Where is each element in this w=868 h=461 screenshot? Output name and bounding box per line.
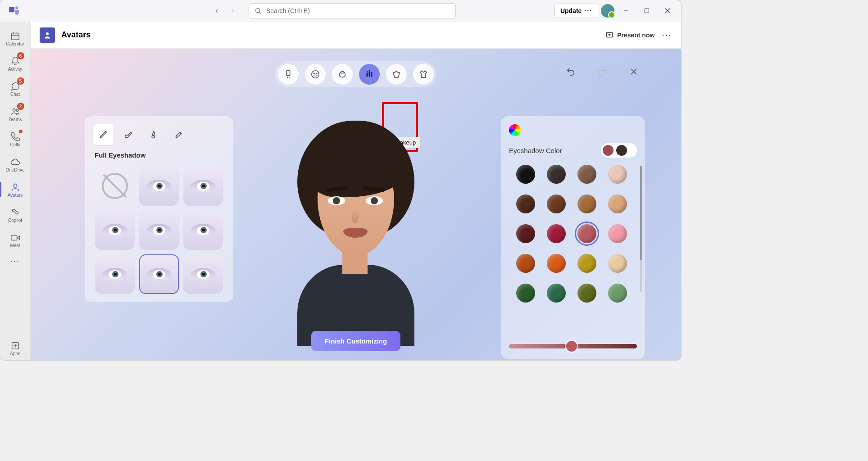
color-swatch[interactable]: [547, 224, 566, 243]
color-swatch[interactable]: [547, 194, 566, 213]
present-now-button[interactable]: Present now: [605, 31, 654, 39]
style-option[interactable]: [139, 254, 179, 294]
app-title: Avatars: [61, 30, 91, 40]
rail-item-copilot[interactable]: Copilot: [2, 203, 29, 227]
color-picker-button[interactable]: [509, 124, 521, 136]
color-section-title: Eyeshadow Color: [509, 147, 562, 154]
category-outfit-button[interactable]: [413, 64, 434, 85]
svg-point-20: [46, 32, 49, 35]
main-area: Avatars Present now ···: [31, 22, 681, 360]
tool-blush-button[interactable]: [118, 124, 139, 145]
rail-item-calendar[interactable]: Calendar: [2, 26, 29, 50]
rail-more-button[interactable]: ···: [2, 253, 29, 269]
style-section-title: Full Eyeshadow: [95, 151, 225, 159]
style-option[interactable]: [139, 166, 179, 206]
app-window: Search (Ctrl+E) Update ··· Calendar 6 Ac…: [0, 0, 681, 360]
update-button[interactable]: Update ···: [554, 4, 598, 18]
redo-button[interactable]: [595, 65, 609, 78]
color-swatch[interactable]: [577, 194, 596, 213]
color-swatch[interactable]: [608, 254, 627, 273]
avatars-app-icon: [40, 27, 55, 43]
style-option[interactable]: [95, 254, 135, 294]
shade-slider[interactable]: [509, 344, 637, 348]
profile-avatar[interactable]: [601, 4, 614, 18]
rail-item-calls[interactable]: Calls: [2, 127, 29, 151]
style-none-option[interactable]: [95, 166, 135, 206]
color-scrollbar[interactable]: [640, 166, 642, 292]
rail-item-teams[interactable]: 2 Teams: [2, 102, 29, 126]
recent-swatch[interactable]: [616, 145, 627, 156]
color-swatch[interactable]: [547, 165, 566, 184]
color-swatch[interactable]: [516, 224, 535, 243]
nav-back-button[interactable]: [210, 4, 223, 18]
category-hair-button[interactable]: [332, 64, 353, 85]
slider-thumb[interactable]: [566, 341, 577, 352]
svg-point-12: [13, 108, 15, 111]
color-swatch[interactable]: [608, 194, 627, 213]
category-face-button[interactable]: [305, 64, 326, 85]
style-panel: Full Eyeshadow: [85, 116, 233, 302]
app-rail: Calendar 6 Activity 5 Chat 2 Teams Calls: [0, 22, 31, 360]
nav-forward-button[interactable]: [226, 4, 240, 18]
color-swatch[interactable]: [516, 165, 535, 184]
color-swatch[interactable]: [516, 284, 535, 303]
rail-item-onedrive[interactable]: OneDrive: [2, 152, 29, 176]
rail-item-activity[interactable]: 6 Activity: [2, 51, 29, 76]
recent-swatch[interactable]: [603, 145, 614, 156]
undo-button[interactable]: [564, 65, 577, 78]
none-icon: [102, 173, 128, 199]
window-close-button[interactable]: [659, 2, 677, 20]
window-minimize-button[interactable]: [617, 2, 635, 20]
color-swatch[interactable]: [608, 165, 627, 184]
avatar-canvas: Makeup Full Eyeshadow: [31, 49, 681, 360]
close-editor-button[interactable]: [627, 65, 641, 78]
rail-item-apps[interactable]: Apps: [2, 336, 29, 360]
tool-lipstick-button[interactable]: [143, 124, 164, 145]
color-swatch[interactable]: [577, 165, 596, 184]
copilot-icon: [10, 207, 21, 218]
style-option[interactable]: [95, 210, 135, 250]
svg-point-31: [367, 71, 368, 72]
style-option[interactable]: [183, 210, 223, 250]
more-icon: ···: [584, 7, 592, 14]
svg-point-32: [369, 70, 370, 71]
svg-point-13: [16, 109, 18, 111]
window-maximize-button[interactable]: [638, 2, 656, 20]
app-more-button[interactable]: ···: [662, 30, 672, 40]
video-icon: [10, 232, 21, 243]
search-input[interactable]: Search (Ctrl+E): [249, 3, 456, 18]
tool-liner-button[interactable]: [168, 124, 189, 145]
rail-item-avatars[interactable]: Avatars: [2, 177, 29, 202]
rail-item-meet[interactable]: Meet: [2, 228, 29, 252]
color-swatch[interactable]: [608, 284, 627, 303]
color-swatch[interactable]: [516, 254, 535, 273]
app-header: Avatars Present now ···: [31, 22, 681, 49]
finish-customizing-button[interactable]: Finish Customizing: [311, 331, 400, 351]
svg-line-3: [259, 12, 261, 14]
svg-rect-22: [286, 71, 290, 76]
category-wardrobe-button[interactable]: [386, 64, 407, 85]
category-makeup-button[interactable]: [359, 64, 380, 85]
svg-point-2: [256, 9, 260, 13]
color-swatch[interactable]: [577, 254, 596, 273]
dot-badge: [19, 130, 23, 133]
more-icon: ···: [10, 256, 21, 267]
color-swatch[interactable]: [547, 284, 566, 303]
color-swatch[interactable]: [608, 224, 627, 243]
color-swatch[interactable]: [577, 224, 596, 243]
color-swatch[interactable]: [577, 284, 596, 303]
badge: 2: [17, 103, 24, 110]
style-option[interactable]: [139, 210, 179, 250]
svg-rect-0: [9, 7, 14, 12]
color-swatch[interactable]: [547, 254, 566, 273]
tool-eyeshadow-button[interactable]: [93, 124, 114, 145]
style-option[interactable]: [183, 254, 223, 294]
rail-item-chat[interactable]: 5 Chat: [2, 77, 29, 101]
style-grid: [93, 166, 225, 294]
color-panel: Eyeshadow Color: [501, 116, 645, 359]
history-toolbar: [564, 65, 641, 78]
recent-swatches[interactable]: [601, 143, 637, 158]
category-body-button[interactable]: [278, 64, 299, 85]
style-option[interactable]: [183, 166, 223, 206]
color-swatch[interactable]: [516, 194, 535, 213]
